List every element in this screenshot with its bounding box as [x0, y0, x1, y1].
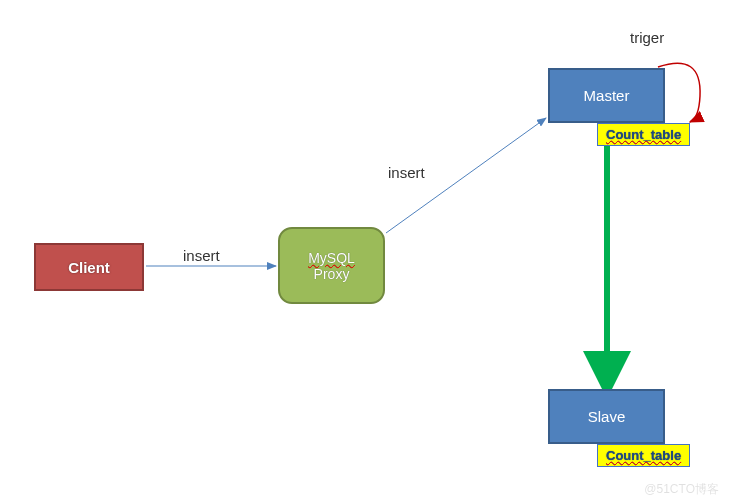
master-label: Master — [584, 87, 630, 104]
slave-label: Slave — [588, 408, 626, 425]
trigger-label: triger — [630, 29, 664, 46]
edge-label-insert-2: insert — [388, 164, 425, 181]
proxy-label-2: Proxy — [314, 266, 350, 282]
proxy-label-1: MySQL — [308, 250, 355, 266]
count-table-label-2: Count_table — [606, 448, 681, 463]
count-table-slave: Count_table — [597, 444, 690, 467]
client-node: Client — [34, 243, 144, 291]
edge-label-insert-1: insert — [183, 247, 220, 264]
mysql-proxy-node: MySQL Proxy — [278, 227, 385, 304]
count-table-master: Count_table — [597, 123, 690, 146]
count-table-label-1: Count_table — [606, 127, 681, 142]
slave-node: Slave — [548, 389, 665, 444]
client-label: Client — [68, 259, 110, 276]
master-node: Master — [548, 68, 665, 123]
watermark-text: @51CTO博客 — [644, 481, 719, 498]
